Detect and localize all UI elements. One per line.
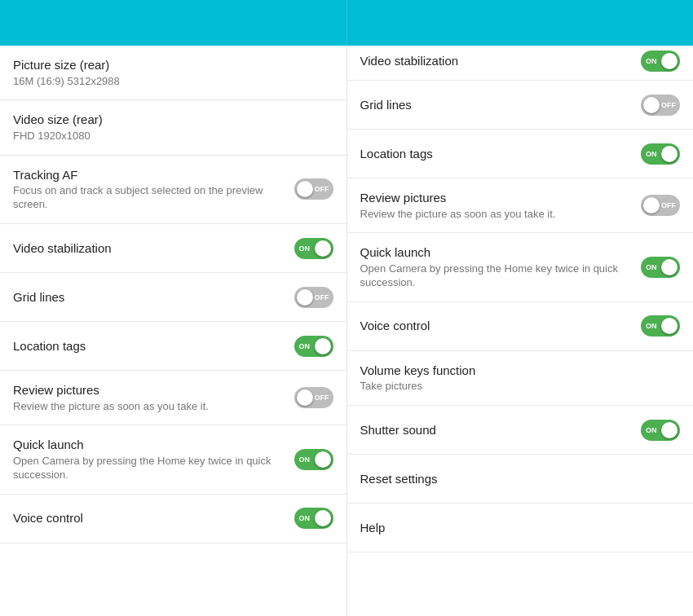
setting-sublabel-volume-keys: Take pictures (360, 380, 671, 394)
setting-label-help: Help (360, 520, 671, 536)
setting-text-grid-lines: Grid lines (13, 289, 294, 306)
toggle-thumb (297, 181, 313, 197)
setting-item-tracking-af[interactable]: Tracking AFFocus on and track a subject … (0, 156, 346, 224)
panels-container: Picture size (rear)16M (16:9) 5312x2988V… (0, 46, 693, 616)
toggle-wrapper-video-stabilization[interactable]: ON (294, 238, 333, 259)
toggle-on[interactable]: ON (641, 143, 680, 165)
setting-item-quick-launch[interactable]: Quick launchOpen Camera by pressing the … (0, 425, 346, 494)
setting-text-grid-lines: Grid lines (360, 97, 642, 113)
toggle-on[interactable]: ON (641, 420, 680, 441)
setting-label-location-tags: Location tags (360, 146, 632, 162)
setting-label-location-tags: Location tags (13, 338, 285, 354)
setting-item-location-tags[interactable]: Location tagsON (347, 130, 694, 178)
toggle-thumb (315, 240, 331, 257)
toggle-wrapper-review-pictures[interactable]: OFF (641, 195, 680, 216)
toggle-label: ON (646, 57, 657, 65)
toggle-thumb (661, 53, 678, 69)
setting-text-reset-settings: Reset settings (360, 471, 681, 487)
toggle-on[interactable]: ON (294, 449, 333, 470)
setting-text-voice-control: Voice control (13, 510, 294, 526)
toggle-label: OFF (315, 293, 329, 301)
setting-item-review-pictures[interactable]: Review picturesReview the picture as soo… (347, 178, 694, 233)
setting-item-volume-keys[interactable]: Volume keys functionTake pictures (347, 351, 694, 406)
toggle-on[interactable]: ON (294, 336, 333, 357)
setting-item-voice-control[interactable]: Voice controlON (347, 302, 694, 351)
setting-sublabel-quick-launch: Open Camera by pressing the Home key twi… (13, 455, 285, 482)
setting-item-picture-size[interactable]: Picture size (rear)16M (16:9) 5312x2988 (0, 46, 346, 100)
toggle-wrapper-grid-lines[interactable]: OFF (641, 95, 680, 116)
toggle-thumb (661, 259, 678, 275)
setting-label-shutter-sound: Shutter sound (360, 422, 632, 438)
setting-text-video-stabilization-partial: Video stabilization (360, 53, 642, 69)
toggle-thumb (643, 197, 660, 213)
toggle-on[interactable]: ON (641, 257, 680, 278)
toggle-off[interactable]: OFF (294, 178, 333, 200)
toggle-wrapper-tracking-af[interactable]: OFF (294, 178, 333, 200)
setting-text-quick-launch: Quick launchOpen Camera by pressing the … (13, 437, 294, 482)
setting-sublabel-video-size: FHD 1920x1080 (13, 130, 324, 143)
toggle-wrapper-video-stabilization-partial[interactable]: ON (641, 51, 680, 72)
setting-text-location-tags: Location tags (13, 338, 294, 354)
setting-item-grid-lines[interactable]: Grid linesOFF (0, 273, 346, 322)
toggle-off[interactable]: OFF (641, 95, 680, 116)
setting-item-video-stabilization-partial[interactable]: Video stabilizationON (347, 46, 694, 81)
setting-label-reset-settings: Reset settings (360, 471, 671, 487)
toggle-wrapper-voice-control[interactable]: ON (294, 508, 333, 529)
toggle-off[interactable]: OFF (641, 195, 680, 216)
setting-item-quick-launch[interactable]: Quick launchOpen Camera by pressing the … (347, 233, 694, 301)
setting-label-grid-lines: Grid lines (360, 97, 632, 113)
toggle-label: OFF (661, 201, 676, 209)
right-header (346, 0, 694, 46)
toggle-label: OFF (661, 101, 676, 109)
toggle-label: ON (646, 263, 657, 271)
setting-label-review-pictures: Review pictures (13, 382, 285, 398)
setting-item-help[interactable]: Help (347, 504, 694, 552)
toggle-label: ON (646, 426, 657, 434)
toggle-wrapper-grid-lines[interactable]: OFF (294, 287, 333, 308)
setting-item-grid-lines[interactable]: Grid linesOFF (347, 81, 694, 130)
setting-item-location-tags[interactable]: Location tagsON (0, 322, 346, 371)
setting-label-voice-control: Voice control (13, 510, 285, 526)
setting-item-review-pictures[interactable]: Review picturesReview the picture as soo… (0, 371, 346, 425)
toggle-thumb (315, 510, 331, 526)
setting-sublabel-review-pictures: Review the picture as soon as you take i… (13, 400, 285, 414)
toggle-off[interactable]: OFF (294, 387, 333, 408)
toggle-on[interactable]: ON (641, 315, 680, 337)
setting-text-volume-keys: Volume keys functionTake pictures (360, 363, 681, 394)
setting-label-video-size: Video size (rear) (13, 112, 324, 128)
setting-label-quick-launch: Quick launch (360, 244, 632, 261)
toggle-wrapper-quick-launch[interactable]: ON (294, 449, 333, 470)
toggle-off[interactable]: OFF (294, 287, 333, 308)
toggle-thumb (661, 318, 678, 334)
setting-sublabel-review-pictures: Review the picture as soon as you take i… (360, 208, 632, 222)
left-header (0, 0, 346, 46)
setting-text-location-tags: Location tags (360, 146, 642, 162)
setting-text-video-size: Video size (rear)FHD 1920x1080 (13, 112, 333, 143)
toggle-label: ON (646, 322, 657, 330)
toggle-wrapper-voice-control[interactable]: ON (641, 315, 680, 337)
toggle-wrapper-review-pictures[interactable]: OFF (294, 387, 333, 408)
toggle-label: ON (299, 514, 311, 522)
toggle-wrapper-location-tags[interactable]: ON (294, 336, 333, 357)
toggle-thumb (661, 422, 678, 438)
right-panel: Video stabilizationONGrid linesOFFLocati… (347, 46, 694, 616)
toggle-wrapper-location-tags[interactable]: ON (641, 143, 680, 165)
setting-item-reset-settings[interactable]: Reset settings (347, 455, 694, 504)
setting-text-help: Help (360, 520, 681, 536)
left-panel: Picture size (rear)16M (16:9) 5312x2988V… (0, 46, 347, 616)
toggle-on[interactable]: ON (294, 238, 333, 259)
toggle-label: ON (299, 342, 311, 350)
setting-text-review-pictures: Review picturesReview the picture as soo… (360, 190, 642, 221)
setting-item-voice-control[interactable]: Voice controlON (0, 495, 346, 543)
toggle-wrapper-quick-launch[interactable]: ON (641, 257, 680, 278)
toggle-on[interactable]: ON (294, 508, 333, 529)
setting-label-voice-control: Voice control (360, 318, 632, 334)
toggle-wrapper-shutter-sound[interactable]: ON (641, 420, 680, 441)
setting-item-video-stabilization[interactable]: Video stabilizationON (0, 224, 346, 273)
setting-label-video-stabilization: Video stabilization (13, 240, 285, 257)
toggle-label: ON (299, 455, 311, 464)
setting-item-video-size[interactable]: Video size (rear)FHD 1920x1080 (0, 100, 346, 155)
toggle-thumb (661, 146, 678, 162)
toggle-on[interactable]: ON (641, 51, 680, 72)
setting-item-shutter-sound[interactable]: Shutter soundON (347, 406, 694, 455)
